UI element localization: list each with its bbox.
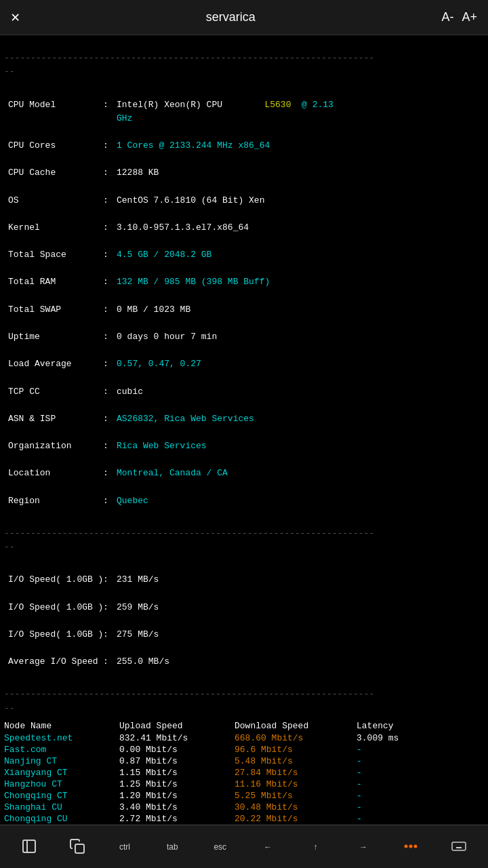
upload-speed: 1.25 Mbit/s — [119, 779, 235, 789]
io-sep-2: : — [103, 601, 117, 614]
os-row: OS : CentOS 7.6.1810 (64 Bit) Xen — [4, 194, 484, 208]
upload-speed: 1.15 Mbit/s — [119, 768, 235, 778]
font-decrease-button[interactable]: A- — [441, 10, 453, 24]
up-arrow-button[interactable]: ↑ — [297, 840, 335, 854]
uptime-label: Uptime — [8, 330, 103, 344]
total-space-val: 4.5 GB / 2048.2 GB — [117, 248, 480, 262]
copy-button[interactable] — [58, 835, 96, 859]
total-ram-sep: : — [103, 275, 117, 289]
load-avg-sep: : — [103, 357, 117, 371]
download-speed: 27.84 Mbit/s — [235, 768, 357, 778]
location-label: Location — [8, 467, 103, 480]
org-label: Organization — [8, 439, 103, 453]
download-speed: 11.16 Mbit/s — [235, 779, 357, 789]
os-sep: : — [103, 194, 117, 208]
top-bar: ✕ servarica A- A+ — [0, 0, 488, 35]
tcp-cc-val: cubic — [117, 385, 480, 399]
upload-speed: 3.40 Mbit/s — [119, 802, 235, 812]
uptime-val: 0 days 0 hour 7 min — [117, 330, 480, 344]
table-row: Chongqing CU 2.72 Mbit/s 20.22 Mbit/s - — [4, 813, 484, 825]
node-name: Chongqing CU — [4, 814, 119, 824]
cpu-model-label: CPU Model — [8, 98, 103, 125]
io-speed-2-label: I/O Speed( 1.0GB ) — [8, 601, 103, 614]
io-speed-3-val: 275 MB/s — [117, 628, 480, 642]
right-arrow-button[interactable]: → — [344, 840, 382, 854]
latency: - — [357, 768, 438, 778]
latency: - — [357, 779, 438, 789]
cpu-cores-row: CPU Cores : 1 Cores @ 2133.244 MHz x86_6… — [4, 139, 484, 153]
upload-speed: 0.00 Mbit/s — [119, 745, 235, 755]
io-speed-1-val: 231 MB/s — [117, 573, 480, 587]
cpu-cores-val: 1 Cores @ 2133.244 MHz x86_64 — [117, 139, 480, 153]
download-speed: 20.22 Mbit/s — [235, 814, 357, 824]
os-val: CentOS 7.6.1810 (64 Bit) Xen — [117, 194, 480, 208]
latency: - — [357, 802, 438, 812]
table-row: Speedtest.net 832.41 Mbit/s 668.60 Mbit/… — [4, 732, 484, 744]
col-latency-header: Latency — [357, 721, 438, 731]
avg-io-sep: : — [103, 655, 117, 669]
io-speed-3-label: I/O Speed( 1.0GB ) — [8, 628, 103, 642]
region-val: Quebec — [117, 494, 480, 508]
upload-speed: 832.41 Mbit/s — [119, 733, 235, 743]
location-val: Montreal, Canada / CA — [117, 467, 480, 480]
upload-speed: 1.20 Mbit/s — [119, 791, 235, 801]
esc-button[interactable]: esc — [201, 840, 239, 854]
left-arrow-button[interactable]: ← — [249, 840, 287, 854]
divider-2: ----------------------------------------… — [0, 524, 488, 557]
font-increase-button[interactable]: A+ — [462, 10, 477, 24]
col-node-header: Node Name — [4, 721, 119, 731]
io-speed-1-row: I/O Speed( 1.0GB ) : 231 MB/s — [4, 573, 484, 587]
total-swap-val: 0 MB / 1023 MB — [117, 303, 480, 317]
cpu-cache-val: 12288 KB — [117, 166, 480, 180]
total-swap-sep: : — [103, 303, 117, 317]
download-speed: 96.6 Mbit/s — [235, 745, 357, 755]
tcp-cc-label: TCP CC — [8, 385, 103, 399]
io-sep-3: : — [103, 628, 117, 642]
keyboard-button[interactable] — [440, 835, 478, 859]
io-sep-1: : — [103, 573, 117, 587]
total-space-sep: : — [103, 248, 117, 262]
terminal-content: ----------------------------------------… — [0, 35, 488, 868]
kernel-label: Kernel — [8, 221, 103, 235]
latency: - — [357, 756, 438, 766]
node-name: Xiangyang CT — [4, 768, 119, 778]
node-name: Chongqing CT — [4, 791, 119, 801]
region-row: Region : Quebec — [4, 494, 484, 508]
io-speed-section: I/O Speed( 1.0GB ) : 231 MB/s I/O Speed(… — [0, 557, 488, 685]
asn-sep: : — [103, 412, 117, 426]
total-swap-row: Total SWAP : 0 MB / 1023 MB — [4, 303, 484, 317]
col-download-header: Download Speed — [235, 721, 357, 731]
upload-speed: 2.72 Mbit/s — [119, 814, 235, 824]
ctrl-button[interactable]: ctrl — [106, 840, 144, 854]
col-upload-header: Upload Speed — [119, 721, 235, 731]
table-row: Fast.com 0.00 Mbit/s 96.6 Mbit/s - — [4, 744, 484, 755]
tcp-cc-row: TCP CC : cubic — [4, 385, 484, 399]
total-ram-label: Total RAM — [8, 275, 103, 289]
more-button[interactable] — [392, 835, 430, 859]
cpu-cache-row: CPU Cache : 12288 KB — [4, 166, 484, 180]
tcp-cc-sep: : — [103, 385, 117, 399]
avg-io-val: 255.0 MB/s — [117, 655, 480, 669]
divider-1: ----------------------------------------… — [0, 35, 488, 81]
node-name: Shanghai CU — [4, 802, 119, 812]
total-ram-row: Total RAM : 132 MB / 985 MB (398 MB Buff… — [4, 275, 484, 289]
close-button[interactable]: ✕ — [11, 8, 20, 26]
kernel-sep: : — [103, 221, 117, 235]
cpu-cores-sep: : — [103, 139, 117, 153]
load-avg-val: 0.57, 0.47, 0.27 — [117, 357, 480, 371]
cpu-model-val: Intel(R) Xeon(R) CPU L5630 @ 2.13 GHz — [117, 98, 480, 125]
kernel-val: 3.10.0-957.1.3.el7.x86_64 — [117, 221, 480, 235]
download-speed: 30.48 Mbit/s — [235, 802, 357, 812]
kernel-row: Kernel : 3.10.0-957.1.3.el7.x86_64 — [4, 221, 484, 235]
cpu-model-row: CPU Model : Intel(R) Xeon(R) CPU L5630 @… — [4, 98, 484, 125]
location-row: Location : Montreal, Canada / CA — [4, 467, 484, 480]
cpu-cache-label: CPU Cache — [8, 166, 103, 180]
system-info-section: CPU Model : Intel(R) Xeon(R) CPU L5630 @… — [0, 81, 488, 524]
svg-rect-0 — [23, 840, 35, 852]
tab-button[interactable]: tab — [153, 840, 191, 854]
download-speed: 5.25 Mbit/s — [235, 791, 357, 801]
svg-rect-2 — [75, 844, 84, 853]
node-name: Fast.com — [4, 745, 119, 755]
sidebar-button[interactable] — [10, 835, 48, 859]
uptime-sep: : — [103, 330, 117, 344]
